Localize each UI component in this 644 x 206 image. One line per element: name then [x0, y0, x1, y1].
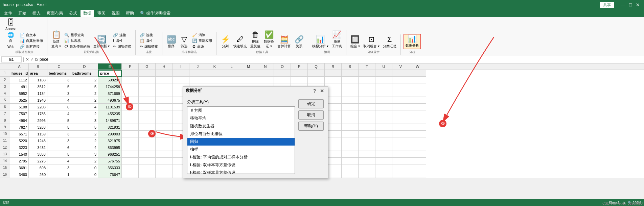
cell-V15[interactable]: [392, 164, 409, 171]
cell-W11[interactable]: [409, 137, 426, 144]
minimize-button[interactable]: ─: [620, 1, 626, 8]
cell-D12[interactable]: 4: [71, 144, 98, 151]
cell-H16[interactable]: [156, 171, 172, 178]
cell-H12[interactable]: [156, 144, 172, 151]
cell-V10[interactable]: [392, 131, 409, 137]
cell-V6[interactable]: [392, 104, 409, 110]
from-table-button[interactable]: 📊 从表格: [63, 38, 91, 44]
cell-T9[interactable]: [359, 124, 375, 131]
row-header-16[interactable]: 16: [0, 171, 10, 178]
row-header-10[interactable]: 10: [0, 131, 10, 137]
cell-F14[interactable]: [122, 158, 139, 164]
flash-fill-button[interactable]: 🖊 快速填充: [232, 35, 248, 49]
cell-E12[interactable]: 863995: [98, 144, 122, 151]
share-button[interactable]: 共享: [600, 2, 614, 8]
cell-S7[interactable]: [342, 110, 359, 117]
cell-W15[interactable]: [409, 164, 426, 171]
show-query-button[interactable]: 🔍 显示查询: [63, 32, 91, 38]
cell-V5[interactable]: [392, 97, 409, 104]
cell-D14[interactable]: 2: [71, 158, 98, 164]
cell-U6[interactable]: [375, 104, 392, 110]
cell-F8[interactable]: [122, 117, 139, 124]
cell-D2[interactable]: 2: [71, 77, 98, 83]
cell-U5[interactable]: [375, 97, 392, 104]
dialog-help-button[interactable]: 帮助(H): [298, 122, 324, 131]
remove-duplicates-button[interactable]: 🗑 删除重复值: [249, 30, 262, 49]
cell-A7[interactable]: 7507: [10, 110, 29, 117]
cell-V8[interactable]: [392, 117, 409, 124]
cell-W8[interactable]: [409, 117, 426, 124]
cell-T13[interactable]: [359, 151, 375, 158]
cell-S11[interactable]: [342, 137, 359, 144]
cell-G8[interactable]: [139, 117, 156, 124]
cell-W16[interactable]: [409, 171, 426, 178]
col-header-e[interactable]: E: [98, 63, 122, 70]
col-header-i[interactable]: I: [172, 63, 189, 70]
cell-o1[interactable]: [274, 70, 291, 77]
cell-A12[interactable]: 3223: [10, 144, 29, 151]
dialog-list[interactable]: 直方图移动平均随机数发生器排位与百分比排位回归抽样t-检验: 平均值的成对二样本…: [187, 106, 295, 174]
cell-W14[interactable]: [409, 158, 426, 164]
col-header-g[interactable]: G: [139, 63, 156, 70]
cell-G4[interactable]: [139, 90, 156, 97]
cell-E6[interactable]: 1101539: [98, 104, 122, 110]
cell-q1[interactable]: [308, 70, 325, 77]
dialog-list-item[interactable]: 排位与百分比排位: [187, 130, 295, 138]
col-header-j[interactable]: J: [189, 63, 206, 70]
cell-B9[interactable]: 3263: [29, 124, 47, 131]
cell-S3[interactable]: [342, 83, 359, 90]
ungroup-button[interactable]: ⊡ 取消组合 ▾: [362, 35, 381, 49]
cell-C4[interactable]: 3: [47, 90, 71, 97]
cell-W4[interactable]: [409, 90, 426, 97]
existing-connections-button[interactable]: 🔗 现有连接: [18, 44, 41, 49]
cell-U12[interactable]: [375, 144, 392, 151]
cell-E2[interactable]: 598291: [98, 77, 122, 83]
col-header-w[interactable]: W: [409, 63, 426, 70]
refresh-all-button[interactable]: 🔄 全部刷新 ▾: [92, 35, 111, 49]
maximize-button[interactable]: □: [627, 1, 634, 8]
formula-x-icon[interactable]: ✕: [26, 57, 29, 62]
cell-Q2[interactable]: [308, 77, 325, 83]
cell-E15[interactable]: 356333: [98, 164, 122, 171]
cell-m1[interactable]: [240, 70, 257, 77]
cell-S14[interactable]: [342, 158, 359, 164]
cell-D16[interactable]: 0: [71, 171, 98, 178]
cell-h1[interactable]: [156, 70, 172, 77]
cell-V2[interactable]: [392, 77, 409, 83]
col-header-v[interactable]: V: [392, 63, 409, 70]
cell-a1[interactable]: house_id: [10, 70, 29, 77]
dialog-list-item[interactable]: t-检验: 双样本等方差假设: [187, 161, 295, 169]
text-to-columns-button[interactable]: ⚡ 分列: [219, 35, 231, 49]
cell-H15[interactable]: [156, 164, 172, 171]
cell-W10[interactable]: [409, 131, 426, 137]
cell-reference[interactable]: E1: [1, 56, 22, 62]
menu-home[interactable]: 开始: [16, 10, 29, 17]
dialog-help-icon[interactable]: ?: [312, 88, 318, 94]
cell-w1[interactable]: [409, 70, 426, 77]
cell-S5[interactable]: [342, 97, 359, 104]
cell-G6[interactable]: [139, 104, 156, 110]
cell-D6[interactable]: 4: [71, 104, 98, 110]
cell-E14[interactable]: 576755: [98, 158, 122, 164]
dialog-list-item[interactable]: 抽样: [187, 146, 295, 153]
cell-U11[interactable]: [375, 137, 392, 144]
cell-D13[interactable]: 3: [71, 151, 98, 158]
row-header-3[interactable]: 3: [0, 83, 10, 90]
cell-B11[interactable]: 1248: [29, 137, 47, 144]
row-header-7[interactable]: 7: [0, 110, 10, 117]
cell-B2[interactable]: 1188: [29, 77, 47, 83]
cell-B15[interactable]: 698: [29, 164, 47, 171]
cell-r1[interactable]: [325, 70, 342, 77]
cell-c1[interactable]: bedrooms: [47, 70, 71, 77]
cell-V13[interactable]: [392, 151, 409, 158]
col-header-s[interactable]: S: [342, 63, 359, 70]
cell-T8[interactable]: [359, 117, 375, 124]
cell-W13[interactable]: [409, 151, 426, 158]
cell-W3[interactable]: [409, 83, 426, 90]
cell-E11[interactable]: 321975: [98, 137, 122, 144]
cell-C14[interactable]: 4: [47, 158, 71, 164]
cell-C7[interactable]: 4: [47, 110, 71, 117]
cell-S6[interactable]: [342, 104, 359, 110]
cell-H7[interactable]: [156, 110, 172, 117]
cell-S4[interactable]: [342, 90, 359, 97]
